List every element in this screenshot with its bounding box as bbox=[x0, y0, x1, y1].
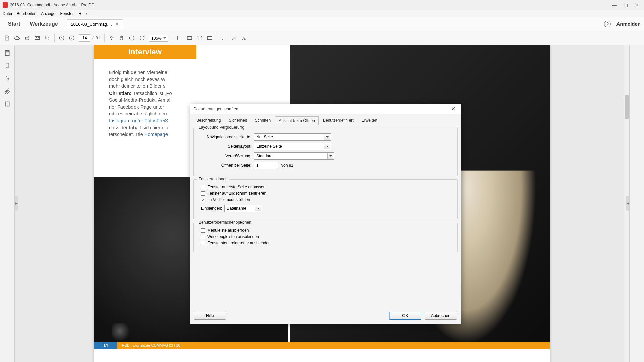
main-area: ▶ Interview Erfolg mit deinen Vierbeine … bbox=[0, 45, 644, 362]
tab-description[interactable]: Beschreibung bbox=[193, 116, 224, 125]
cloud-icon[interactable] bbox=[14, 35, 20, 41]
nav-label: Navigationsregisterkarte: bbox=[198, 135, 251, 139]
dialog-title: Dokumenteigenschaften bbox=[193, 107, 238, 111]
show-label: Einblenden: bbox=[201, 206, 222, 211]
print-icon[interactable] bbox=[24, 35, 30, 41]
svg-rect-9 bbox=[198, 36, 201, 40]
scrollbar-thumb[interactable] bbox=[625, 95, 629, 119]
close-tab-icon[interactable]: ✕ bbox=[115, 22, 119, 27]
menu-file[interactable]: Datei bbox=[3, 11, 12, 16]
pointer-icon[interactable] bbox=[109, 35, 115, 41]
checkbox-center-screen-label: Fenster auf Bildschirm zentrieren bbox=[207, 191, 266, 196]
next-view-icon[interactable] bbox=[69, 35, 75, 41]
ok-button[interactable]: OK bbox=[389, 312, 421, 320]
zoom-value: 105% bbox=[149, 35, 168, 42]
svg-rect-0 bbox=[26, 37, 29, 39]
checkbox-hide-window-controls-label: Fenstersteuerelemente ausblenden bbox=[207, 241, 271, 245]
dialog-titlebar[interactable]: Dokumenteigenschaften ✕ bbox=[190, 104, 461, 114]
comment-icon[interactable] bbox=[221, 35, 227, 41]
thumbnails-icon[interactable] bbox=[4, 50, 11, 56]
maximize-icon[interactable]: ▢ bbox=[624, 2, 628, 8]
tools-button[interactable]: Werkzeuge bbox=[25, 19, 62, 29]
document-tab[interactable]: 2016-03_Commag.... ✕ bbox=[67, 19, 123, 29]
show-select[interactable]: Dateiname bbox=[224, 205, 262, 212]
window-titlebar: 2016-03_Commag.pdf - Adobe Acrobat Pro D… bbox=[0, 0, 644, 10]
menubar: Datei Bearbeiten Anzeige Fenster Hilfe bbox=[0, 10, 644, 17]
prev-view-icon[interactable] bbox=[59, 35, 65, 41]
page-sep: / bbox=[92, 35, 94, 40]
help-button[interactable]: Hilfe bbox=[194, 312, 226, 320]
minimize-icon[interactable]: — bbox=[612, 2, 617, 8]
footer-text: PSD-Tutorials.de COMMAG 03 | 16 bbox=[122, 343, 180, 347]
zoom-select[interactable]: 105% bbox=[149, 35, 168, 41]
close-icon[interactable]: ✕ bbox=[635, 2, 639, 8]
watermark-icon bbox=[112, 323, 132, 343]
magnification-label: Vergrößerung: bbox=[198, 154, 251, 158]
highlight-icon[interactable] bbox=[231, 35, 237, 41]
tab-security[interactable]: Sicherheit bbox=[225, 116, 250, 125]
tab-initial-view[interactable]: Ansicht beim Öffnen bbox=[275, 116, 319, 125]
checkbox-hide-toolbars[interactable] bbox=[201, 235, 205, 239]
help-icon[interactable]: ? bbox=[604, 21, 611, 27]
checkbox-center-screen[interactable] bbox=[201, 191, 205, 196]
page-heading-badge: Interview bbox=[94, 45, 196, 59]
checkbox-hide-toolbars-label: Werkzeugleisten ausblenden bbox=[207, 234, 259, 239]
page-footer: 14 PSD-Tutorials.de COMMAG 03 | 16 bbox=[94, 342, 550, 349]
menu-help[interactable]: Hilfe bbox=[78, 11, 87, 16]
dialog-footer: Hilfe OK Abbrechen bbox=[190, 309, 461, 324]
tab-custom[interactable]: Benutzerdefiniert bbox=[319, 116, 357, 125]
menu-edit[interactable]: Bearbeiten bbox=[17, 11, 36, 16]
save-icon[interactable] bbox=[4, 35, 10, 41]
page-current-input[interactable] bbox=[79, 34, 90, 42]
attachment-icon[interactable] bbox=[4, 88, 11, 95]
fit-width-icon[interactable] bbox=[186, 35, 193, 41]
page-navigator: / 81 bbox=[79, 34, 100, 42]
checkbox-hide-menubar-label: Menüleiste ausblenden bbox=[207, 228, 249, 233]
page-body-text: Erfolg mit deinen Vierbeine doch gleich … bbox=[109, 69, 196, 138]
document-tab-label: 2016-03_Commag.... bbox=[71, 22, 112, 27]
menu-window[interactable]: Fenster bbox=[60, 11, 74, 16]
fit-height-icon[interactable] bbox=[197, 35, 203, 41]
zoom-out-icon[interactable] bbox=[129, 35, 135, 41]
checkbox-hide-window-controls[interactable] bbox=[201, 241, 205, 245]
mail-icon[interactable] bbox=[34, 35, 40, 41]
right-tools-strip[interactable] bbox=[629, 45, 644, 362]
checkbox-fit-first-page[interactable] bbox=[201, 185, 205, 189]
checkbox-fit-first-page-label: Fenster an erste Seite anpassen bbox=[207, 185, 265, 189]
reading-mode-icon[interactable] bbox=[207, 35, 213, 41]
checkbox-hide-menubar[interactable] bbox=[201, 228, 205, 233]
hand-icon[interactable] bbox=[119, 35, 125, 41]
pagelayout-select[interactable]: Einzelne Seite bbox=[254, 143, 331, 150]
bookmark-icon[interactable] bbox=[4, 62, 11, 69]
search-icon[interactable] bbox=[44, 35, 50, 41]
layers-icon[interactable] bbox=[4, 101, 11, 107]
start-button[interactable]: Start bbox=[3, 19, 25, 29]
document-properties-dialog: Dokumenteigenschaften ✕ Beschreibung Sic… bbox=[190, 104, 461, 324]
link-icon[interactable] bbox=[4, 75, 11, 82]
svg-rect-10 bbox=[207, 36, 212, 39]
group-ui: Benutzeroberflächenoptionen Menüleiste a… bbox=[193, 223, 458, 252]
left-nav-strip bbox=[0, 45, 15, 362]
group-window-legend: Fensteroptionen bbox=[197, 177, 229, 181]
open-page-input[interactable]: 1 bbox=[254, 162, 278, 169]
group-ui-legend: Benutzeroberflächenoptionen bbox=[197, 220, 253, 225]
checkbox-fullscreen[interactable] bbox=[201, 198, 205, 202]
tab-row: Start Werkzeuge 2016-03_Commag.... ✕ ? A… bbox=[0, 17, 644, 31]
svg-point-2 bbox=[45, 36, 48, 39]
zoom-in-icon[interactable] bbox=[139, 35, 145, 41]
sign-icon[interactable] bbox=[241, 35, 247, 41]
cancel-button[interactable]: Abbrechen bbox=[425, 312, 457, 320]
pagelayout-label: Seitenlayout: bbox=[198, 144, 251, 149]
page-total: 81 bbox=[96, 35, 100, 40]
nav-select[interactable]: Nur Seite bbox=[254, 133, 331, 141]
menu-view[interactable]: Anzeige bbox=[41, 11, 55, 16]
expand-right-icon[interactable]: ◀ bbox=[626, 196, 629, 211]
dialog-close-icon[interactable]: ✕ bbox=[449, 106, 458, 112]
tab-advanced[interactable]: Erweitert bbox=[358, 116, 381, 125]
signin-button[interactable]: Anmelden bbox=[616, 21, 641, 27]
magnification-select[interactable]: Standard bbox=[254, 152, 334, 160]
checkbox-fullscreen-label: Im Vollbildmodus öffnen bbox=[207, 197, 250, 202]
dialog-tabs: Beschreibung Sicherheit Schriften Ansich… bbox=[190, 114, 461, 125]
tab-fonts[interactable]: Schriften bbox=[251, 116, 274, 125]
fit-page-icon[interactable] bbox=[176, 35, 182, 41]
